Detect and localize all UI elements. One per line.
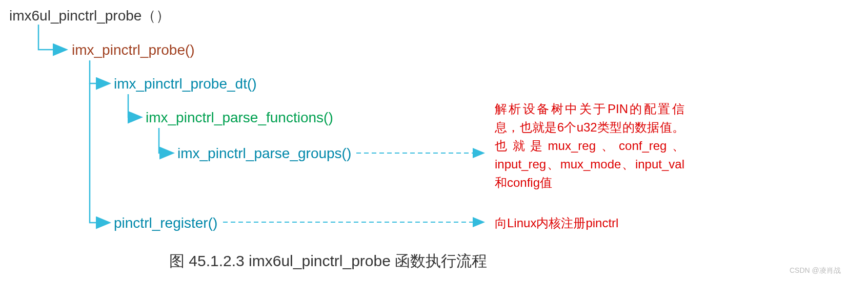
tree-connectors bbox=[0, 0, 868, 281]
